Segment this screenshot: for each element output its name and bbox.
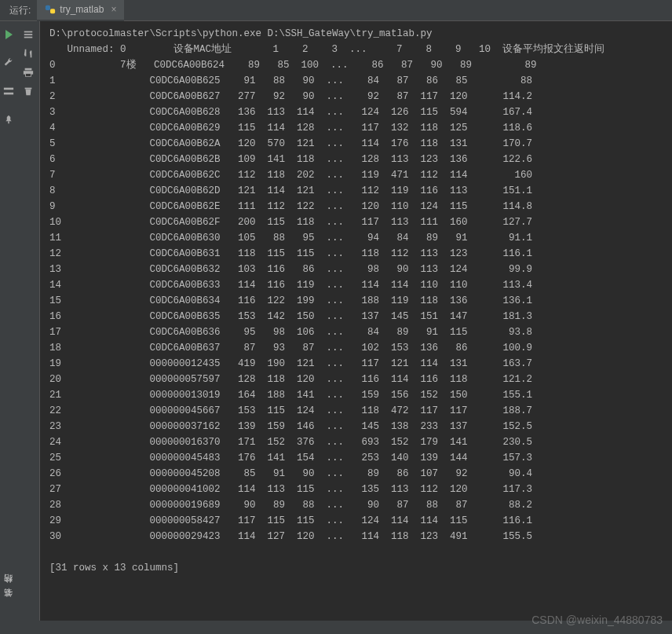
console-output[interactable]: D:\protocolmaster\Scripts\python.exe D:\… [40,21,672,621]
side-tabs: 书签 结构 [0,584,16,610]
run-icon[interactable] [2,27,16,42]
wrench-icon[interactable] [2,56,16,70]
file-tab-label: try_matlab [60,4,104,15]
bookmarks-tab[interactable]: 书签 [2,601,15,607]
svg-rect-7 [24,37,33,38]
svg-rect-1 [50,9,55,13]
svg-rect-8 [25,68,32,71]
svg-rect-6 [24,34,33,35]
svg-rect-2 [4,88,13,90]
run-tab-bar: 运行: try_matlab × [0,0,672,21]
list-icon[interactable] [21,27,35,42]
svg-rect-5 [24,31,33,33]
svg-rect-4 [8,121,9,123]
structure-tab[interactable]: 结构 [2,587,15,593]
trash-icon[interactable] [21,84,35,98]
svg-rect-11 [25,88,32,90]
tool-column-1 [17,21,40,621]
close-icon[interactable]: × [111,4,116,15]
pin-icon[interactable] [2,112,16,126]
console-text: D:\protocolmaster\Scripts\python.exe D:\… [49,26,666,576]
svg-rect-3 [4,93,13,95]
file-tab[interactable]: try_matlab × [37,0,124,21]
layout-icon[interactable] [2,84,16,98]
svg-rect-0 [46,5,50,10]
main-area: D:\protocolmaster\Scripts\python.exe D:\… [0,21,672,621]
python-file-icon [45,4,56,15]
run-tool-gutter [0,21,17,621]
run-label: 运行: [3,4,37,17]
sort-icon[interactable] [21,46,35,60]
print-icon[interactable] [21,65,35,79]
svg-rect-10 [26,74,31,77]
